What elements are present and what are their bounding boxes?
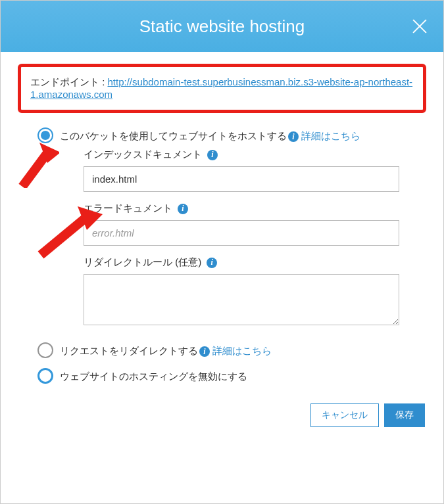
endpoint-label: エンドポイント : (30, 76, 108, 87)
modal-header: Static website hosting (1, 1, 443, 52)
close-icon[interactable] (412, 18, 428, 34)
radio-host-label: このバケットを使用してウェブサイトをホストするi 詳細はこちら (60, 127, 360, 143)
error-doc-input[interactable] (84, 220, 399, 246)
radio-host-input[interactable] (37, 127, 53, 143)
radio-disable: ウェブサイトのホスティングを無効にする (36, 364, 426, 389)
radio-host: このバケットを使用してウェブサイトをホストするi 詳細はこちら インデックスドキ… (18, 124, 426, 328)
radio-redirect-label: リクエストをリダイレクトするi 詳細はこちら (60, 342, 272, 358)
learn-more-link[interactable]: 詳細はこちら (301, 130, 360, 141)
modal-body: エンドポイント : http://subdomain-test.superbus… (1, 52, 443, 396)
radio-redirect-text: リクエストをリダイレクトする (60, 345, 198, 356)
modal-footer: キャンセル 保存 (1, 396, 443, 435)
info-icon[interactable]: i (199, 346, 210, 357)
redirect-rules-field: リダイレクトルール (任意) i (84, 256, 426, 328)
redirect-rules-label: リダイレクトルール (任意) (84, 256, 201, 269)
info-icon[interactable]: i (288, 131, 299, 142)
radio-disable-label: ウェブサイトのホスティングを無効にする (60, 368, 247, 384)
index-doc-label: インデックスドキュメント (84, 149, 202, 161)
info-icon[interactable]: i (178, 204, 188, 214)
redirect-rules-textarea[interactable] (84, 274, 399, 325)
radio-disable-input[interactable] (37, 368, 53, 384)
modal-title: Static website hosting (139, 16, 305, 37)
cancel-button[interactable]: キャンセル (310, 403, 379, 427)
info-icon[interactable]: i (207, 150, 218, 160)
index-doc-input[interactable] (84, 166, 399, 192)
info-icon[interactable]: i (207, 258, 217, 268)
error-document-field: エラードキュメント i (84, 202, 426, 246)
radio-host-text: このバケットを使用してウェブサイトをホストする (60, 130, 287, 141)
static-website-hosting-modal: Static website hosting エンドポイント : http://… (0, 0, 444, 504)
index-document-field: インデックスドキュメント i (84, 149, 426, 192)
radio-redirect: リクエストをリダイレクトするi 詳細はこちら (36, 338, 426, 363)
save-button[interactable]: 保存 (384, 403, 425, 427)
error-doc-label: エラードキュメント (84, 202, 172, 215)
endpoint-callout: エンドポイント : http://subdomain-test.superbus… (18, 64, 426, 113)
radio-redirect-input[interactable] (37, 342, 53, 358)
learn-more-link[interactable]: 詳細はこちら (212, 345, 272, 356)
